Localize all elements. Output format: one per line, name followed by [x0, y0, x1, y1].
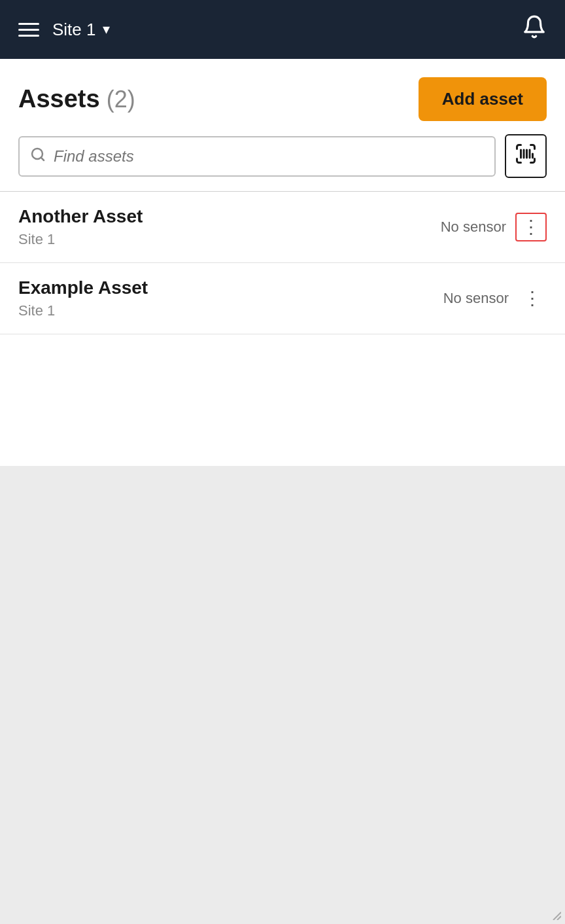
search-input[interactable] — [54, 147, 484, 166]
page-title: Assets — [18, 85, 100, 113]
resize-handle-icon — [549, 908, 561, 920]
table-row[interactable]: Another Asset Site 1 No sensor ⋮ — [0, 192, 565, 263]
app-header: Site 1 ▾ — [0, 0, 565, 59]
asset-right-2: No sensor ⋮ — [443, 285, 547, 311]
main-content: Assets (2) Add asset — [0, 59, 565, 924]
asset-name-2: Example Asset — [18, 277, 443, 298]
sensor-status-1: No sensor — [441, 219, 506, 236]
asset-count: (2) — [107, 86, 135, 113]
site-selector[interactable]: Site 1 ▾ — [52, 20, 110, 40]
notifications-icon[interactable] — [522, 14, 547, 44]
barcode-icon — [514, 142, 538, 170]
svg-line-1 — [41, 157, 44, 160]
header-left: Site 1 ▾ — [18, 20, 110, 40]
asset-info-2: Example Asset Site 1 — [18, 277, 443, 319]
asset-info-1: Another Asset Site 1 — [18, 206, 441, 248]
search-area — [0, 134, 565, 191]
site-name: Site 1 — [52, 20, 96, 40]
hamburger-menu-icon[interactable] — [18, 23, 39, 37]
barcode-scan-button[interactable] — [505, 134, 547, 178]
svg-line-7 — [553, 912, 561, 920]
more-dots-icon-2: ⋮ — [523, 289, 541, 308]
search-icon — [30, 147, 46, 166]
page-title-area: Assets (2) — [18, 85, 135, 113]
chevron-down-icon: ▾ — [103, 21, 110, 38]
table-row[interactable]: Example Asset Site 1 No sensor ⋮ — [0, 263, 565, 334]
more-dots-icon-1: ⋮ — [522, 218, 540, 236]
asset-right-1: No sensor ⋮ — [441, 213, 547, 241]
asset-name-1: Another Asset — [18, 206, 441, 227]
page-header: Assets (2) Add asset — [0, 59, 565, 134]
asset-list: Another Asset Site 1 No sensor ⋮ Example… — [0, 192, 565, 466]
more-options-button-1[interactable]: ⋮ — [515, 213, 547, 241]
asset-site-1: Site 1 — [18, 231, 441, 248]
search-input-wrapper[interactable] — [18, 136, 496, 177]
empty-state-area — [0, 466, 565, 924]
more-options-button-2[interactable]: ⋮ — [518, 285, 547, 311]
add-asset-button[interactable]: Add asset — [419, 77, 547, 121]
svg-line-8 — [557, 916, 561, 920]
sensor-status-2: No sensor — [443, 290, 509, 307]
asset-site-2: Site 1 — [18, 302, 443, 319]
